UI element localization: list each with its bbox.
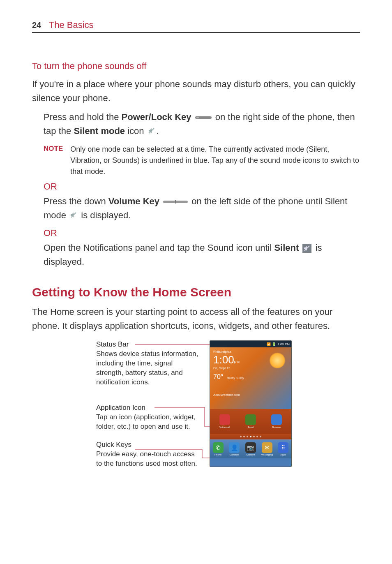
phone-temp: 70° xyxy=(213,373,223,381)
phone-screenshot: 📶 🔋 1:00 PM Philadelphia 1:00PM Fri, Sep… xyxy=(210,340,292,467)
step1-text-e: icon xyxy=(125,126,147,136)
signal-icon: 📶 xyxy=(267,342,271,346)
volume-key-label: Volume Key xyxy=(108,196,159,206)
or-separator-2: OR xyxy=(32,228,360,238)
callout-status-bar-desc: Shows device status information, includi… xyxy=(96,349,199,387)
note-text: Only one mode can be selected at a time.… xyxy=(70,144,360,177)
sounds-off-step-3: Open the Notifications panel and tap the… xyxy=(32,241,360,269)
phone-date: Fri, Sept 13 xyxy=(213,366,288,370)
app-browser: Browser xyxy=(270,414,283,431)
quick-apps: ⠿Apps xyxy=(277,442,290,456)
app-email: Email xyxy=(244,414,257,431)
section-title: The Basics xyxy=(49,20,94,30)
svg-rect-4 xyxy=(175,200,176,203)
callout-quick-keys-desc: Provide easy, one-touch access to the fu… xyxy=(96,450,199,469)
home-screen-diagram: Status Bar Shows device status informati… xyxy=(32,340,360,492)
note-label: NOTE xyxy=(44,144,63,177)
phone-location: Philadelphia xyxy=(213,350,288,354)
callout-app-icon-desc: Tap an icon (application, widget, folder… xyxy=(96,413,199,432)
phone-weather: Mostly Sunny xyxy=(227,377,244,379)
page-indicator xyxy=(210,434,291,439)
phone-status-bar: 📶 🔋 1:00 PM xyxy=(210,341,291,347)
callout-app-icon: Application Icon Tap an icon (applicatio… xyxy=(96,404,199,432)
quick-phone: ✆Phone xyxy=(212,442,225,456)
silent-panel-icon xyxy=(302,244,311,253)
phone-widget-area: Philadelphia 1:00PM Fri, Sept 13 70° Mos… xyxy=(210,347,291,409)
page-number: 24 xyxy=(32,21,41,30)
volume-key-icon xyxy=(163,199,188,204)
step2-text-a: Press the down xyxy=(44,196,108,206)
callout-quick-keys: Quick Keys Provide easy, one-touch acces… xyxy=(96,441,199,469)
quick-camera: 📷Camera xyxy=(244,442,257,456)
status-time: 1:00 PM xyxy=(277,342,290,346)
phone-quick-keys: ✆Phone 👤Contacts 📷Camera ✉Messaging ⠿App… xyxy=(210,439,291,458)
silent-mode-icon-2 xyxy=(70,209,77,223)
callout-app-icon-title: Application Icon xyxy=(96,404,199,412)
callout-status-bar-title: Status Bar xyxy=(96,340,199,349)
step2-text-d: is displayed. xyxy=(81,210,131,220)
app-voicemail: Voicemail xyxy=(218,414,231,431)
sounds-off-step-2: Press the down Volume Key on the left si… xyxy=(32,194,360,223)
quick-contacts: 👤Contacts xyxy=(228,442,241,456)
or-separator-1: OR xyxy=(32,181,360,192)
callout-quick-keys-title: Quick Keys xyxy=(96,441,199,449)
page-header: 24 The Basics xyxy=(32,20,360,33)
phone-weather-source: AccuWeather.com xyxy=(213,393,288,397)
note-row: NOTE Only one mode can be selected at a … xyxy=(32,144,360,177)
home-screen-intro: The Home screen is your starting point t… xyxy=(32,305,360,333)
battery-icon: 🔋 xyxy=(272,342,276,346)
sounds-off-heading: To turn the phone sounds off xyxy=(32,61,360,72)
step3-text-a: Open the Notifications panel and tap the… xyxy=(44,243,274,253)
callout-status-bar: Status Bar Shows device status informati… xyxy=(96,340,199,387)
power-lock-key-icon xyxy=(195,115,212,120)
silent-mode-icon xyxy=(148,125,155,139)
silent-label: Silent xyxy=(274,243,299,253)
step1-text-a: Press and hold the xyxy=(44,112,122,122)
sounds-off-step-1: Press and hold the Power/Lock Key on the… xyxy=(32,110,360,139)
phone-app-row: Voicemail Email Browser xyxy=(210,409,291,434)
svg-rect-1 xyxy=(196,117,199,118)
power-lock-key-label: Power/Lock Key xyxy=(122,112,191,122)
home-screen-heading: Getting to Know the Home Screen xyxy=(32,285,360,299)
sounds-off-intro: If you're in a place where your phone so… xyxy=(32,77,360,105)
phone-clock-suffix: PM xyxy=(234,360,240,364)
phone-clock: 1:00 xyxy=(213,354,234,366)
quick-messaging: ✉Messaging xyxy=(261,442,274,456)
silent-mode-label: Silent mode xyxy=(74,126,125,136)
